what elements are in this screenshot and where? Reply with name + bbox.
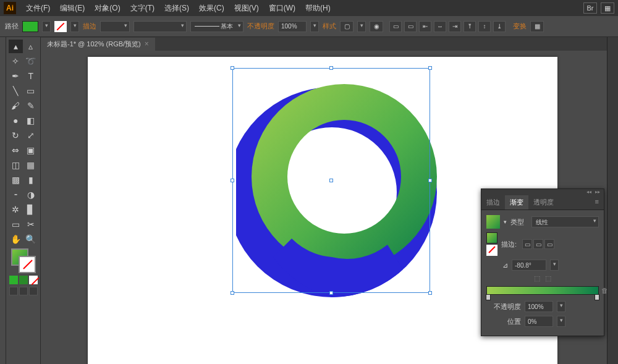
stroke-color-dropdown[interactable] bbox=[70, 21, 79, 32]
type-tool[interactable]: T bbox=[24, 69, 38, 83]
menu-type[interactable]: 文字(T) bbox=[125, 1, 159, 16]
close-tab-icon[interactable]: × bbox=[145, 40, 149, 48]
menu-view[interactable]: 视图(V) bbox=[229, 1, 264, 16]
none-mode-icon[interactable] bbox=[29, 276, 38, 284]
rotate-tool[interactable]: ↻ bbox=[9, 129, 23, 142]
stroke-none-icon[interactable] bbox=[54, 21, 67, 32]
hand-tool[interactable]: ✋ bbox=[9, 232, 23, 246]
stop-opacity-input[interactable] bbox=[525, 301, 553, 312]
free-transform-tool[interactable]: ▣ bbox=[24, 143, 38, 157]
screen-mode-1-icon[interactable] bbox=[9, 287, 18, 295]
aspect-lock-icon[interactable]: ⬚ bbox=[534, 274, 540, 282]
align-hcenter-icon[interactable]: ↔ bbox=[434, 21, 446, 32]
shape-builder-tool[interactable]: ◫ bbox=[9, 158, 23, 172]
stroke-weight-dropdown[interactable] bbox=[100, 21, 130, 32]
align-left-icon[interactable]: ⇤ bbox=[419, 21, 431, 32]
opacity-input[interactable] bbox=[278, 21, 307, 32]
stroke-box[interactable] bbox=[19, 256, 36, 273]
sel-handle-ml[interactable] bbox=[231, 179, 234, 182]
gradient-slider[interactable]: 🗑 bbox=[486, 286, 599, 295]
pen-tool[interactable]: ✒ bbox=[9, 69, 23, 83]
right-panel-collapse[interactable] bbox=[607, 37, 618, 364]
magic-wand-tool[interactable]: ✧ bbox=[9, 54, 23, 68]
stroke-label[interactable]: 描边 bbox=[83, 22, 96, 31]
sel-handle-br[interactable] bbox=[428, 291, 432, 295]
lasso-tool[interactable]: ➰ bbox=[24, 54, 38, 68]
graph-tool[interactable]: ▊ bbox=[24, 203, 38, 216]
transform-label[interactable]: 变换 bbox=[513, 22, 527, 31]
document-tab[interactable]: 未标题-1* @ 102% (RGB/预览) × bbox=[41, 38, 155, 51]
fill-dropdown[interactable] bbox=[42, 21, 51, 32]
fill-swatch[interactable] bbox=[22, 21, 38, 32]
tab-transparency[interactable]: 透明度 bbox=[528, 195, 559, 210]
gradient-stop-right[interactable] bbox=[595, 294, 599, 300]
sel-handle-mr[interactable] bbox=[428, 179, 432, 182]
menu-window[interactable]: 窗口(W) bbox=[264, 1, 300, 16]
sel-handle-tl[interactable] bbox=[231, 66, 234, 70]
pencil-tool[interactable]: ✎ bbox=[24, 99, 38, 112]
gradient-mode-icon[interactable] bbox=[19, 276, 28, 284]
menu-file[interactable]: 文件(F) bbox=[21, 1, 55, 16]
perspective-tool[interactable]: ▦ bbox=[24, 158, 38, 172]
panel-menu-icon[interactable]: ≡ bbox=[590, 195, 604, 210]
trash-icon[interactable]: 🗑 bbox=[601, 287, 608, 294]
zoom-tool[interactable]: 🔍 bbox=[24, 232, 38, 246]
recolor-icon[interactable]: ◉ bbox=[370, 21, 383, 32]
align-right-icon[interactable]: ⇥ bbox=[449, 21, 461, 32]
color-mode-icon[interactable] bbox=[9, 276, 18, 284]
aspect-lock-icon-2[interactable]: ⬚ bbox=[545, 274, 551, 282]
direct-select-tool[interactable]: ▵ bbox=[24, 40, 38, 53]
screen-mode-2-icon[interactable] bbox=[19, 287, 28, 295]
gradient-preview-swatch[interactable] bbox=[486, 215, 500, 229]
blend-tool[interactable]: ◑ bbox=[24, 188, 38, 201]
stop-position-dropdown[interactable] bbox=[557, 316, 565, 327]
mesh-tool[interactable]: ▩ bbox=[9, 173, 23, 187]
paintbrush-tool[interactable]: 🖌 bbox=[9, 99, 23, 112]
align-top-icon[interactable]: ⤒ bbox=[464, 21, 476, 32]
scale-tool[interactable]: ⤢ bbox=[24, 129, 38, 142]
line-tool[interactable]: ╲ bbox=[9, 84, 23, 98]
align-icon-1[interactable]: ▭ bbox=[389, 21, 402, 32]
stop-position-input[interactable] bbox=[525, 316, 553, 327]
opacity-dropdown[interactable] bbox=[310, 21, 319, 32]
angle-input[interactable] bbox=[512, 260, 546, 271]
menu-help[interactable]: 帮助(H) bbox=[300, 1, 336, 16]
stroke-apply-1-icon[interactable]: ▭ bbox=[522, 239, 532, 249]
menu-effect[interactable]: 效果(C) bbox=[194, 1, 229, 16]
symbol-spray-tool[interactable]: ✲ bbox=[9, 203, 23, 216]
sel-handle-bl[interactable] bbox=[231, 291, 234, 295]
arrange-docs-icon[interactable]: ▦ bbox=[601, 2, 614, 14]
blob-brush-tool[interactable]: ● bbox=[9, 114, 23, 127]
stroke-mini-swatch[interactable] bbox=[486, 245, 497, 256]
dropdown-chevron-icon[interactable]: ▾ bbox=[504, 219, 507, 225]
slice-tool[interactable]: ✂ bbox=[24, 218, 38, 231]
style-swatch[interactable]: ▢ bbox=[340, 21, 353, 32]
align-icon-2[interactable]: ▭ bbox=[404, 21, 417, 32]
tab-stroke[interactable]: 描边 bbox=[481, 195, 505, 210]
style-dropdown[interactable] bbox=[357, 21, 366, 32]
rectangle-tool[interactable]: ▭ bbox=[24, 84, 38, 98]
menu-select[interactable]: 选择(S) bbox=[159, 1, 194, 16]
stop-opacity-dropdown[interactable] bbox=[557, 301, 565, 312]
eyedropper-tool[interactable]: ⁃ bbox=[9, 188, 23, 201]
stroke-apply-2-icon[interactable]: ▭ bbox=[533, 239, 543, 249]
sel-handle-mc[interactable] bbox=[329, 179, 333, 182]
panel-collapse-icon[interactable]: ◂◂ bbox=[586, 189, 591, 195]
screen-mode-3-icon[interactable] bbox=[29, 287, 38, 295]
opacity-label[interactable]: 不透明度 bbox=[247, 22, 274, 31]
panel-close-icon[interactable]: ▸▸ bbox=[595, 189, 600, 195]
style-label[interactable]: 样式 bbox=[323, 22, 336, 31]
eraser-tool[interactable]: ◧ bbox=[24, 114, 38, 127]
sel-handle-bc[interactable] bbox=[329, 291, 333, 295]
align-bottom-icon[interactable]: ⤓ bbox=[493, 21, 506, 32]
angle-dropdown[interactable] bbox=[550, 260, 559, 271]
fill-mini-swatch[interactable] bbox=[486, 232, 497, 243]
brush-dropdown[interactable]: 基本 bbox=[190, 21, 243, 32]
selection-tool[interactable]: ▴ bbox=[9, 40, 23, 53]
tab-gradient[interactable]: 渐变 bbox=[505, 195, 528, 210]
artboard-tool[interactable]: ▭ bbox=[9, 218, 23, 231]
fill-stroke-control[interactable] bbox=[11, 248, 36, 273]
varwidth-dropdown[interactable] bbox=[133, 21, 187, 32]
width-tool[interactable]: ⇔ bbox=[9, 143, 23, 157]
gradient-tool[interactable]: ▮ bbox=[24, 173, 38, 187]
